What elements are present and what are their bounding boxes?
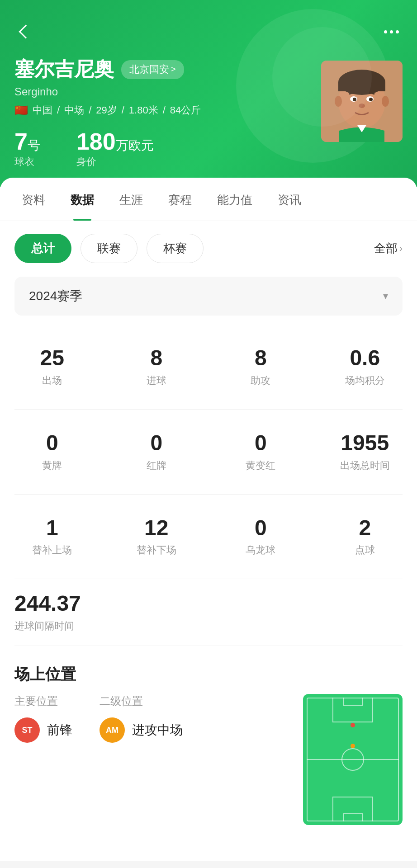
filter-all-button[interactable]: 全部 ›	[374, 241, 403, 256]
primary-position-col: 主要位置 ST 前锋	[14, 694, 72, 750]
more-dot-icon	[390, 30, 393, 33]
more-button[interactable]	[380, 27, 403, 37]
position-content: 主要位置 ST 前锋 二级位置 AM 进攻中场	[0, 694, 417, 843]
team-badge-chevron-icon: >	[171, 65, 176, 74]
tab-stats[interactable]: 数据	[58, 178, 107, 221]
player-stats-row: 7号 球衣 180万欧元 身价	[14, 130, 321, 169]
back-icon	[19, 24, 33, 38]
stat-goals-value: 8	[150, 346, 162, 370]
stat-yellow-value: 0	[46, 431, 58, 455]
team-badge-button[interactable]: 北京国安 >	[121, 60, 184, 79]
market-value-number: 180万欧元	[76, 130, 154, 153]
position-title: 场上位置	[0, 646, 417, 694]
primary-position-name: 前锋	[47, 722, 72, 739]
stat-appearances-value: 25	[40, 346, 64, 370]
stat-y2r-value: 0	[255, 431, 267, 455]
market-value-stat: 180万欧元 身价	[76, 130, 154, 169]
stat-red-value: 0	[150, 431, 162, 455]
jersey-unit: 号	[28, 138, 40, 152]
meta-divider: /	[89, 104, 91, 116]
stat-goals-label: 进球	[147, 374, 166, 387]
tab-news[interactable]: 资讯	[265, 178, 314, 221]
stat-sub-on-value: 1	[46, 516, 58, 540]
svg-point-10	[335, 96, 342, 107]
stat-red-label: 红牌	[147, 459, 166, 472]
jersey-number: 7号	[14, 130, 40, 153]
player-name-chinese: 塞尔吉尼奥	[14, 56, 114, 83]
season-chevron-icon: ▾	[383, 290, 388, 302]
secondary-position-col: 二级位置 AM 进攻中场	[100, 694, 183, 750]
stat-y2r-label: 黄变红	[246, 459, 275, 472]
player-country: 中国	[33, 104, 52, 117]
player-meta: 🇨🇳 中国 / 中场 / 29岁 / 1.80米 / 84公斤	[14, 104, 321, 117]
stat-sub-on: 1 替补上场	[0, 504, 104, 570]
meta-divider: /	[163, 104, 166, 116]
filter-all-chevron-icon: ›	[399, 243, 403, 255]
country-flag-icon: 🇨🇳	[14, 104, 28, 117]
more-dot-icon	[396, 30, 399, 33]
position-field	[303, 694, 403, 825]
secondary-position-title: 二级位置	[100, 694, 183, 708]
secondary-position-badge: AM	[100, 717, 125, 743]
primary-position-badge: ST	[14, 717, 40, 743]
stat-own-goal-label: 乌龙球	[246, 543, 275, 557]
tab-career[interactable]: 生涯	[107, 178, 156, 221]
jersey-stat: 7号 球衣	[14, 130, 40, 169]
filter-cup[interactable]: 杯赛	[147, 234, 204, 263]
content-section: 资料 数据 生涯 赛程 能力值 资讯 总计 联赛 杯赛 全部 › 2024赛季 …	[0, 178, 417, 861]
stat-goal-interval-value: 244.37	[14, 592, 403, 616]
field-center-circle	[341, 748, 364, 771]
stat-red: 0 红牌	[104, 419, 209, 485]
field-goal-bottom	[343, 813, 363, 821]
tab-schedule[interactable]: 赛程	[156, 178, 204, 221]
stat-penalty-label: 点球	[355, 543, 375, 557]
svg-point-8	[369, 98, 373, 101]
filter-league[interactable]: 联赛	[81, 234, 137, 263]
tab-profile[interactable]: 资料	[9, 178, 58, 221]
player-name-row: 塞尔吉尼奥 北京国安 >	[14, 56, 321, 83]
stat-assists-value: 8	[255, 346, 267, 370]
stat-yellow: 0 黄牌	[0, 419, 104, 485]
primary-position-row: ST 前锋	[14, 717, 72, 743]
tab-ability[interactable]: 能力值	[204, 178, 265, 221]
stat-total-time: 1955 出场总时间	[313, 419, 417, 485]
stat-appearances: 25 出场	[0, 334, 104, 400]
stat-sub-off-value: 12	[144, 516, 168, 540]
field-goal-top	[343, 698, 363, 706]
svg-point-11	[382, 96, 389, 107]
more-dot-icon	[384, 30, 387, 33]
season-label: 2024赛季	[29, 288, 82, 305]
player-avatar	[321, 61, 403, 142]
stat-own-goal: 0 乌龙球	[208, 504, 313, 570]
player-info-left: 塞尔吉尼奥 北京国安 > Serginho 🇨🇳 中国 / 中场 / 29岁 /…	[14, 56, 321, 169]
player-height: 1.80米	[129, 104, 158, 117]
stat-penalty: 2 点球	[313, 504, 417, 570]
stat-avg-score: 0.6 场均积分	[313, 334, 417, 400]
stat-sub-off-label: 替补下场	[137, 543, 176, 557]
filter-row: 总计 联赛 杯赛 全部 ›	[0, 221, 417, 272]
stat-yellow-to-red: 0 黄变红	[208, 419, 313, 485]
stat-sub-off: 12 替补下场	[104, 504, 209, 570]
season-selector[interactable]: 2024赛季 ▾	[14, 277, 403, 316]
stat-goals: 8 进球	[104, 334, 209, 400]
market-unit: 万欧元	[116, 138, 154, 152]
top-bar	[14, 22, 403, 42]
stat-avg-score-label: 场均积分	[345, 374, 385, 387]
filter-total[interactable]: 总计	[14, 234, 71, 263]
back-button[interactable]	[14, 22, 34, 42]
player-info-row: 塞尔吉尼奥 北京国安 > Serginho 🇨🇳 中国 / 中场 / 29岁 /…	[14, 56, 403, 169]
player-age: 29岁	[96, 104, 117, 117]
filter-all-label: 全部	[374, 241, 398, 256]
position-dot-st	[351, 723, 355, 727]
market-value-label: 身价	[76, 155, 154, 169]
stats-row-1: 25 出场 8 进球 8 助攻 0.6 场均积分	[0, 325, 417, 409]
stat-avg-score-value: 0.6	[350, 346, 380, 370]
tab-bar: 资料 数据 生涯 赛程 能力值 资讯	[0, 178, 417, 221]
svg-point-9	[359, 104, 365, 108]
stats-row-3: 1 替补上场 12 替补下场 0 乌龙球 2 点球	[0, 495, 417, 579]
svg-point-5	[350, 96, 357, 102]
team-name: 北京国安	[129, 63, 169, 76]
svg-rect-4	[338, 82, 385, 91]
player-weight: 84公斤	[170, 104, 201, 117]
jersey-label: 球衣	[14, 155, 40, 169]
